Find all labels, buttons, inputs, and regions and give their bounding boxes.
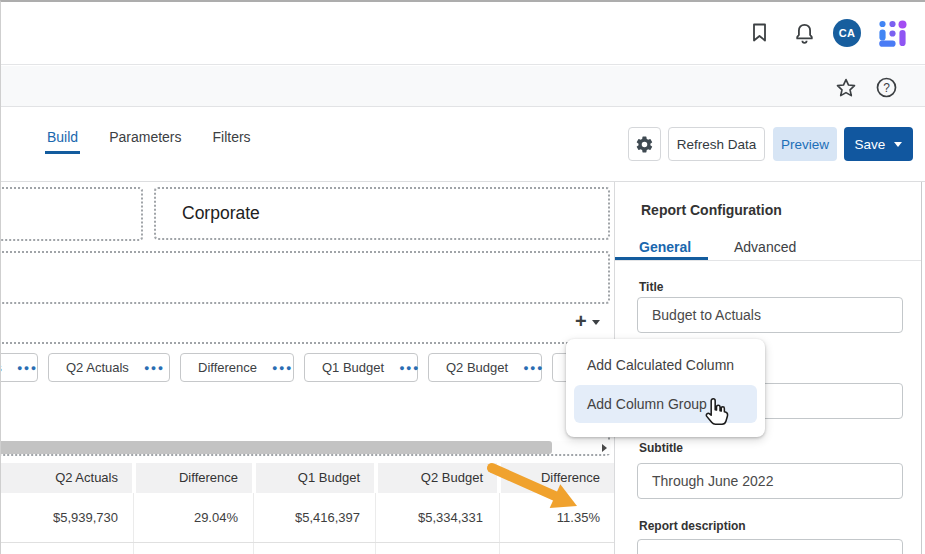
add-column-dropdown-menu: Add Calculated Column Add Column Group: [566, 339, 765, 437]
preview-header-cell: Q2 Budget: [378, 463, 497, 493]
header-cell-text: Corporate: [182, 203, 260, 224]
help-icon[interactable]: ?: [871, 72, 901, 102]
tab-filters[interactable]: Filters: [213, 129, 251, 154]
chip-more-icon[interactable]: ●●●: [9, 363, 38, 373]
user-avatar[interactable]: CA: [833, 19, 861, 47]
preview-header-cell: Difference: [501, 463, 614, 493]
preview-button[interactable]: Preview: [773, 127, 837, 161]
chip-more-icon[interactable]: ●●●: [515, 363, 544, 373]
preview-data-cell: 29.04%: [136, 493, 252, 542]
bookmark-icon[interactable]: [744, 18, 774, 48]
title-field-label: Title: [639, 280, 663, 294]
menu-item-add-column-group[interactable]: Add Column Group: [574, 385, 757, 423]
preview-header-cell: Q1 Budget: [256, 463, 374, 493]
subtitle-input[interactable]: Through June 2022: [637, 463, 903, 499]
preview-header-cell: Q2 Actuals: [0, 463, 132, 493]
refresh-data-button[interactable]: Refresh Data: [668, 127, 765, 161]
subtitle-field-label: Subtitle: [639, 441, 683, 455]
work-area: Corporate + Q1 Actuals ●●● Q2 Actuals ●●…: [0, 181, 925, 554]
report-builder-window: CA ? Build Parameters F: [0, 0, 925, 554]
settings-gear-button[interactable]: [628, 127, 661, 161]
tab-build[interactable]: Build: [47, 129, 78, 154]
chip-more-icon[interactable]: ●●●: [264, 363, 293, 373]
preview-data-cell: 11.35%: [501, 493, 614, 542]
subheader-drop-zone[interactable]: [0, 251, 610, 304]
plus-icon: +: [575, 312, 587, 330]
report-canvas: Corporate + Q1 Actuals ●●● Q2 Actuals ●●…: [0, 182, 614, 554]
column-chip-q1-budget[interactable]: Q1 Budget ●●●: [304, 353, 418, 382]
menu-item-add-calculated-column[interactable]: Add Calculated Column: [566, 345, 765, 385]
scrollbar-thumb[interactable]: [0, 441, 552, 454]
active-tab-underline: [615, 257, 708, 260]
favorite-star-icon[interactable]: [831, 72, 861, 102]
preview-data-cell: $5,334,331: [378, 493, 497, 542]
chevron-down-icon: [592, 320, 600, 325]
panel-title: Report Configuration: [641, 202, 782, 218]
chip-more-icon[interactable]: ●●●: [391, 363, 420, 373]
save-dropdown-caret-icon[interactable]: [894, 142, 902, 147]
chip-label: Q1 Budget: [322, 360, 384, 375]
title-input[interactable]: Budget to Actuals: [637, 297, 903, 333]
preview-header-cell: Difference: [136, 463, 252, 493]
header-drop-zone-left[interactable]: [0, 187, 143, 241]
chip-label: Difference: [198, 360, 257, 375]
save-button[interactable]: Save: [844, 127, 913, 161]
horizontal-scrollbar[interactable]: [0, 441, 611, 454]
builder-tabs: Build Parameters Filters: [47, 129, 251, 154]
add-column-button[interactable]: +: [575, 312, 600, 330]
apps-grid-icon[interactable]: [877, 18, 907, 48]
chip-label: Q1 Actuals: [0, 360, 2, 375]
column-chip-q2-actuals[interactable]: Q2 Actuals ●●●: [48, 353, 170, 382]
column-chip-difference-1[interactable]: Difference ●●●: [180, 353, 294, 382]
scrollbar-right-arrow-icon[interactable]: [597, 441, 611, 454]
preview-data-cell: $5,416,397: [256, 493, 374, 542]
page-toolbar: ?: [0, 66, 925, 107]
description-input[interactable]: [637, 539, 903, 554]
tab-general[interactable]: General: [639, 239, 691, 255]
svg-text:?: ?: [883, 80, 890, 94]
action-buttons: Refresh Data Preview Save: [628, 127, 913, 161]
column-chip-q2-budget[interactable]: Q2 Budget ●●●: [428, 353, 542, 382]
description-field-label: Report description: [639, 519, 746, 533]
header-cell-corporate[interactable]: Corporate: [154, 187, 610, 240]
save-button-label: Save: [855, 137, 886, 152]
top-app-bar: CA: [0, 0, 925, 65]
chip-label: Q2 Actuals: [66, 360, 129, 375]
column-chip-q1-actuals[interactable]: Q1 Actuals ●●●: [0, 353, 38, 382]
gear-icon: [635, 135, 654, 154]
table-row-divider: [0, 542, 614, 543]
chip-label: Q2 Budget: [446, 360, 508, 375]
preview-data-cell: $5,939,730: [0, 493, 132, 542]
notifications-bell-icon[interactable]: [789, 18, 819, 48]
chip-more-icon[interactable]: ●●●: [136, 363, 165, 373]
tab-advanced[interactable]: Advanced: [734, 239, 796, 255]
tab-parameters[interactable]: Parameters: [109, 129, 181, 154]
tabs-divider: [615, 260, 922, 261]
